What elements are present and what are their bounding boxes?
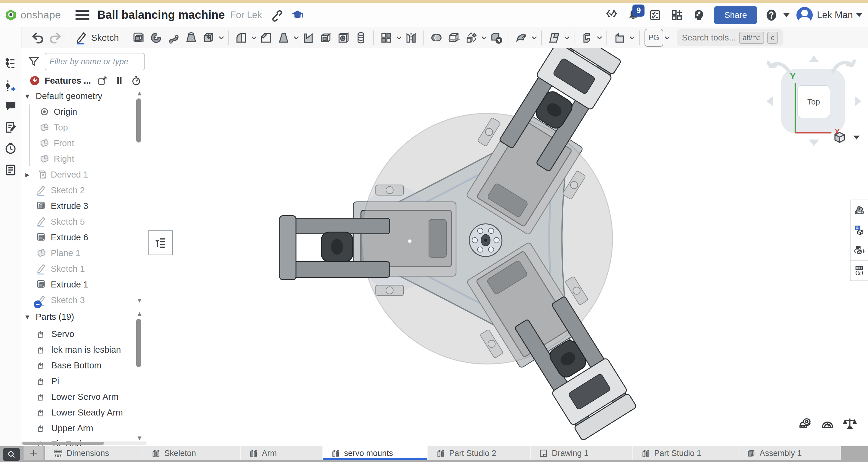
featurescript-button[interactable] [603,6,620,24]
view-rotate-down-icon[interactable] [809,140,819,146]
tab-search-button[interactable] [3,448,20,461]
horizontal-scrollbar[interactable] [21,441,147,445]
filter-icon[interactable] [28,56,40,68]
chevron-down-icon[interactable] [531,34,537,41]
variables-table-button[interactable] [850,260,868,280]
feature-tree-item[interactable]: Extrude 1 [21,277,147,292]
feature-tree-item[interactable]: Front [21,135,147,151]
delete-part-tool-button[interactable] [488,30,505,46]
tab-dimensions[interactable]: Dimensions [45,446,143,460]
scroll-up-icon[interactable]: ▲ [136,89,143,97]
loft-tool-button[interactable] [182,30,200,46]
part-list-item[interactable]: lek man is lesbian [21,342,147,358]
view-orientation-button[interactable] [833,130,860,144]
feature-tree-item[interactable]: Extrude 3 [21,198,147,214]
part-list-item[interactable]: Lower Servo Arm [21,389,147,405]
chevron-down-icon[interactable] [293,34,300,41]
scroll-down-icon[interactable]: ▼ [136,297,143,304]
feature-tree-item[interactable]: Extrude 6 [21,229,147,245]
model-3d-view[interactable] [147,48,868,446]
view-rotate-left-icon[interactable] [767,96,773,106]
search-tools-box[interactable]: Search tools... alt/⌥ c [677,29,783,46]
face-tool-button[interactable] [546,30,563,46]
user-name[interactable]: Lek Man [817,10,853,21]
parts-header[interactable]: ▾ Parts (19) [21,310,147,324]
tab-servo-mounts[interactable]: servo mounts [323,446,428,460]
hole-tool-button[interactable] [335,30,352,46]
shell-tool-button[interactable] [317,30,335,46]
help-button[interactable] [763,6,780,24]
named-views-button[interactable] [850,220,868,240]
properties-list-button[interactable] [4,163,17,177]
sweep-tool-button[interactable] [165,30,182,46]
chevron-down-icon[interactable] [481,34,488,41]
education-icon[interactable] [291,8,304,22]
linear-pattern-tool-button[interactable] [352,30,370,46]
history-button[interactable] [4,142,17,155]
undo-button[interactable] [29,30,46,46]
tab-arm[interactable]: Arm [241,446,323,460]
features-scrollbar-thumb[interactable] [136,98,141,143]
release-notes-button[interactable] [4,121,17,134]
chevron-down-icon[interactable] [596,34,603,41]
notifications-button[interactable]: 9 [625,6,642,24]
feature-tree-item[interactable]: Right [21,151,147,167]
tasks-button[interactable] [646,6,664,24]
measure-icon[interactable] [798,416,812,431]
chevron-down-icon[interactable] [218,34,225,41]
tab-part-studio-2[interactable]: Part Studio 2 [428,446,531,460]
add-tab-button[interactable]: + [24,446,43,460]
tab-part-studio-1[interactable]: Part Studio 1 [633,446,738,460]
tab-drawing-1[interactable]: Drawing 1 [531,446,633,460]
view-roll-cw-icon[interactable] [830,56,856,75]
chevron-down-icon[interactable] [564,34,570,41]
chevron-down-icon[interactable]: ▾ [25,92,36,101]
feature-tree-item[interactable]: Sketch 5 [21,214,147,229]
fillet-tool-button[interactable] [232,30,250,46]
learning-center-button[interactable] [690,6,707,24]
part-list-item[interactable]: Base Bottom [21,358,147,373]
configurations-button[interactable] [850,240,868,260]
view-roll-ccw-icon[interactable] [767,57,793,76]
regeneration-time-icon[interactable] [131,75,142,86]
tab-skeleton[interactable]: Skeleton [143,446,241,460]
mass-properties-icon[interactable] [843,416,857,431]
main-menu-button[interactable] [75,9,89,21]
feature-tree-item[interactable]: Sketch 1 [21,261,147,277]
sketch-button[interactable]: Sketch [72,29,122,46]
import-derived-tool-button[interactable] [200,30,217,46]
draft-tool-button[interactable] [275,30,292,46]
panel-collapse-button[interactable] [148,230,173,255]
view-rotate-up-icon[interactable] [809,56,819,62]
part-list-item[interactable]: Servo [21,326,147,342]
chamfer-tool-button[interactable] [257,30,275,46]
view-cube-face-button[interactable]: Top [797,85,830,118]
mirror-tool-button[interactable] [402,30,420,46]
extrude-tool-button[interactable] [130,30,147,46]
feature-tree-item[interactable]: – Sketch 3 [21,292,147,308]
part-list-item[interactable]: Upper Arm [21,420,147,436]
angle-icon[interactable] [820,416,835,431]
scroll-up-icon[interactable]: ▲ [136,310,143,318]
appearance-panel-button[interactable] [850,200,868,220]
part-list-item[interactable]: Lower Steady Arm [21,405,147,420]
scroll-down-icon[interactable]: ▼ [136,434,143,442]
feature-tree-item[interactable]: Top [21,120,147,135]
feature-tree-item[interactable]: ▾ Default geometry [21,88,147,104]
feature-list-button[interactable] [4,57,17,70]
chevron-down-icon[interactable] [251,34,257,41]
chevron-right-icon[interactable]: ▸ [25,170,36,179]
help-caret-icon[interactable] [783,13,790,17]
bracket-tool-button[interactable] [578,30,596,46]
custom-feature-pg-button[interactable]: PG [645,29,663,47]
copy-link-icon[interactable] [270,8,283,22]
comments-button[interactable] [4,100,17,113]
pause-regeneration-icon[interactable] [114,75,125,86]
transform-tool-button[interactable] [463,30,480,46]
horizontal-scrollbar-thumb[interactable] [22,442,104,445]
feature-tree-item[interactable]: Sketch 2 [21,182,147,198]
boolean-tool-button[interactable] [428,30,445,46]
revolve-tool-button[interactable] [147,30,165,46]
document-title[interactable]: Ball balancing machine [97,8,225,22]
center-hub[interactable] [469,224,502,257]
